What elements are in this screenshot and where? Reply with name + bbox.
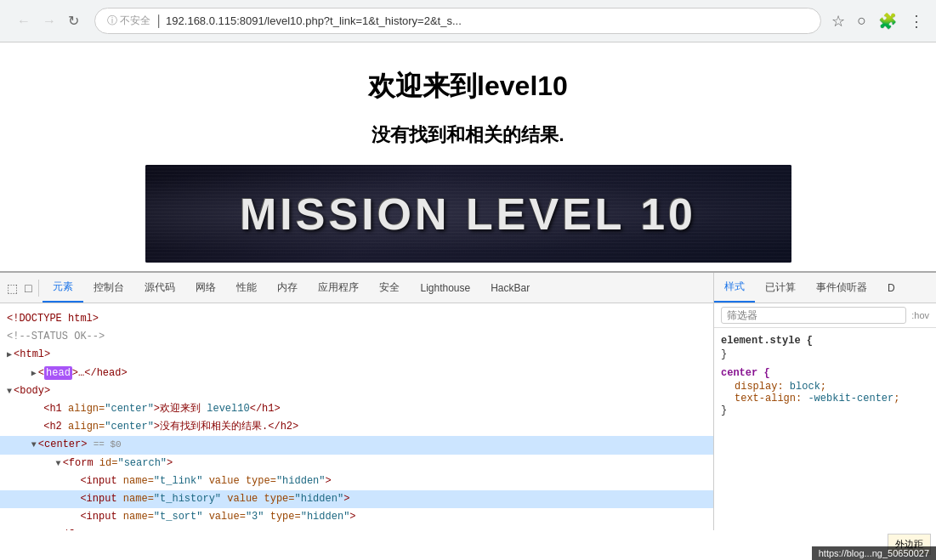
- browser-chrome: ← → ↻ ⓘ 不安全 │ 192.168.0.115:8091/level10…: [0, 0, 936, 42]
- input-tsort-tag: <input name="t_sort" value="3" type="hid…: [80, 511, 355, 523]
- tab-event-listeners[interactable]: 事件侦听器: [806, 273, 877, 303]
- security-icon: ⓘ 不安全: [107, 14, 150, 28]
- attr-type-tlink: type=: [246, 475, 276, 487]
- attr-search: "search": [117, 457, 167, 469]
- tab-sources[interactable]: 源代码: [134, 273, 185, 303]
- tab-computed[interactable]: 已计算: [755, 273, 806, 303]
- menu-button[interactable]: ⋮: [905, 8, 927, 34]
- url-text: │ 192.168.0.115:8091/level10.php?t_link=…: [156, 14, 808, 27]
- style-rule-center: center { display: block; text-align: -we…: [721, 367, 929, 416]
- center-style-close: }: [721, 404, 929, 416]
- attr-type-thistory: type=: [264, 493, 295, 505]
- devtools-tabs: ⬚ □ 元素 控制台 源代码 网络 性能 内存 应用程序 安全 Lighthou…: [0, 273, 713, 303]
- code-line-input-tsort: <input name="t_sort" value="3" type="hid…: [0, 508, 713, 526]
- nav-buttons: ← → ↻: [9, 9, 88, 32]
- attr-val3: "3": [246, 511, 264, 523]
- attr-name-thistory: name=: [123, 493, 154, 505]
- html-arrow[interactable]: ▶: [7, 350, 12, 359]
- mission-banner: Mission Level 10: [145, 165, 791, 263]
- attr-hidden-thistory: "hidden": [295, 493, 344, 505]
- inspect-element-icon[interactable]: ⬚: [3, 278, 21, 298]
- element-style-close: }: [721, 348, 929, 360]
- page-title: 欢迎来到level10: [0, 68, 936, 105]
- code-panel: <!DOCTYPE html> <!--STATUS OK--> ▶<html>…: [0, 303, 713, 530]
- center-arrow[interactable]: ▼: [31, 440, 37, 450]
- attr-value-tsort: value=: [209, 511, 246, 523]
- devtools-panel: ⬚ □ 元素 控制台 源代码 网络 性能 内存 应用程序 安全 Lighthou…: [0, 271, 936, 530]
- device-toolbar-icon[interactable]: □: [21, 278, 35, 298]
- attr-name-tlink: name=: [123, 475, 154, 487]
- back-button[interactable]: ←: [12, 10, 36, 32]
- tab-security[interactable]: 安全: [369, 273, 410, 303]
- star-button[interactable]: ☆: [828, 8, 848, 34]
- doctype-text: <!DOCTYPE html>: [7, 313, 99, 325]
- form-close-tag: </form>: [56, 529, 99, 530]
- attr-value-tlink: value: [209, 475, 240, 487]
- code-line-body: ▼<body>: [0, 382, 713, 400]
- extensions-button[interactable]: 🧩: [875, 8, 900, 34]
- head-highlight: head: [44, 366, 72, 380]
- tab-lighthouse[interactable]: Lighthouse: [410, 273, 480, 303]
- profile-button[interactable]: ○: [854, 8, 870, 33]
- dollar-eq: == $0: [94, 439, 122, 450]
- center-tag: <center>: [38, 438, 88, 450]
- devtools-left-panel: ⬚ □ 元素 控制台 源代码 网络 性能 内存 应用程序 安全 Lighthou…: [0, 273, 714, 530]
- comment-text: <!--STATUS OK-->: [7, 331, 105, 342]
- attr-tsort: "t_sort": [154, 511, 203, 523]
- attr-hidden-tsort: "hidden": [301, 511, 350, 523]
- element-style-selector: element.style {: [721, 335, 929, 347]
- attr-type-tsort: type=: [270, 511, 301, 523]
- body-arrow[interactable]: ▼: [7, 387, 12, 396]
- page-subtitle: 没有找到和相关的结果.: [0, 122, 936, 148]
- tab-elements[interactable]: 元素: [43, 273, 83, 303]
- forward-button[interactable]: →: [37, 10, 61, 32]
- tab-console[interactable]: 控制台: [83, 273, 134, 303]
- body-tag: <body>: [14, 385, 50, 397]
- tab-application[interactable]: 应用程序: [308, 273, 369, 303]
- attr-align2: align=: [68, 421, 105, 433]
- h1-tag: <h1 align="center">欢迎来到 level10</h1>: [43, 403, 280, 415]
- code-line-form: ▼<form id="search">: [0, 455, 713, 472]
- attr-id: id=: [99, 457, 118, 469]
- attr-tlink: "t_link": [154, 475, 203, 487]
- code-line-h1: <h1 align="center">欢迎来到 level10</h1>: [0, 400, 713, 418]
- filter-input[interactable]: [721, 307, 906, 324]
- address-bar[interactable]: ⓘ 不安全 │ 192.168.0.115:8091/level10.php?t…: [94, 8, 821, 34]
- attr-thistory: "t_history": [154, 493, 221, 505]
- code-line-input-tlink: <input name="t_link" value type="hidden"…: [0, 472, 713, 490]
- code-line-center[interactable]: ▼<center> == $0: [0, 436, 713, 454]
- tab-memory[interactable]: 内存: [267, 273, 308, 303]
- code-line-comment: <!--STATUS OK-->: [0, 328, 713, 346]
- form-tag: <form id="search">: [63, 457, 173, 469]
- tab-styles[interactable]: 样式: [714, 273, 755, 303]
- attr-center2: "center": [105, 421, 154, 433]
- head-arrow[interactable]: ▶: [31, 369, 37, 378]
- center-style-selector: center {: [721, 367, 929, 379]
- tab-d[interactable]: D: [877, 273, 905, 303]
- code-line-h2: <h2 align="center">没有找到和相关的结果.</h2>: [0, 418, 713, 436]
- style-prop-text-align: text-align: -webkit-center;: [721, 393, 929, 404]
- page-content: 欢迎来到level10 没有找到和相关的结果. Mission Level 10: [0, 42, 936, 271]
- tab-network[interactable]: 网络: [185, 273, 226, 303]
- tab-performance[interactable]: 性能: [226, 273, 267, 303]
- head-tag: <head>…</head>: [38, 366, 128, 380]
- code-line-input-thistory[interactable]: <input name="t_history" value type="hidd…: [0, 490, 713, 508]
- h2-tag: <h2 align="center">没有找到和相关的结果.</h2>: [43, 421, 298, 433]
- separator: [38, 280, 39, 297]
- filter-pseudo: :hov: [911, 310, 929, 320]
- devtools-right-panel: 样式 已计算 事件侦听器 D :hov element.style { } ce…: [714, 273, 936, 530]
- attr-center: "center": [105, 403, 154, 415]
- code-line-doctype: <!DOCTYPE html>: [0, 310, 713, 328]
- tab-hackbar[interactable]: HackBar: [480, 273, 540, 303]
- refresh-button[interactable]: ↻: [63, 9, 84, 32]
- code-line-head: ▶<head>…</head>: [0, 365, 713, 382]
- attr-align: align=: [68, 403, 105, 415]
- form-arrow[interactable]: ▼: [56, 459, 61, 468]
- mission-banner-text: Mission Level 10: [240, 189, 696, 240]
- attr-hidden-tlink: "hidden": [276, 475, 326, 487]
- code-line-html: ▶<html>: [0, 346, 713, 364]
- html-tag: <html>: [14, 348, 50, 360]
- code-line-form-close: </form>: [0, 526, 713, 530]
- attr-name-tsort: name=: [123, 511, 154, 523]
- toolbar-icons: ☆ ○ 🧩 ⋮: [828, 8, 927, 34]
